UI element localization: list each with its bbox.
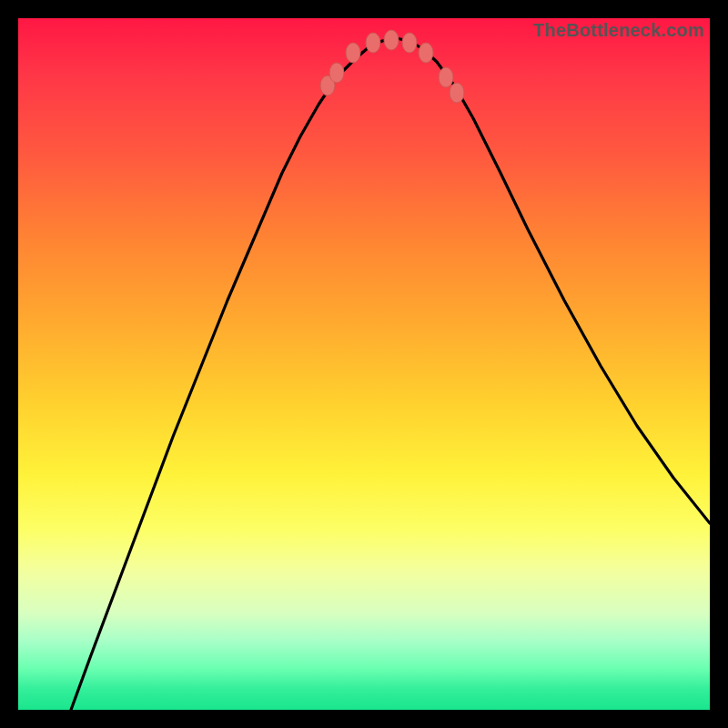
curve-marker (346, 43, 360, 63)
curve-svg (18, 18, 710, 710)
curve-marker (366, 33, 380, 53)
curve-marker (384, 30, 399, 50)
curve-marker (450, 83, 464, 103)
watermark: TheBottleneck.com (533, 20, 704, 41)
markers-group (320, 30, 464, 103)
curve-marker (329, 63, 344, 83)
plot-area (18, 18, 710, 710)
curve-marker (419, 43, 433, 63)
chart-frame: TheBottleneck.com (0, 0, 728, 728)
curve-marker (402, 33, 417, 53)
bottleneck-curve (71, 38, 710, 710)
curve-marker (439, 67, 453, 87)
